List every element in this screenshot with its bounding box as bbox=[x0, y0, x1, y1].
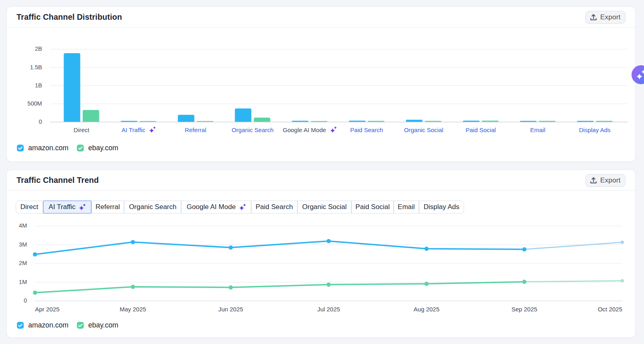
svg-text:2M: 2M bbox=[19, 260, 27, 266]
svg-text:Email: Email bbox=[530, 126, 545, 133]
svg-text:Jul 2025: Jul 2025 bbox=[317, 306, 340, 313]
svg-text:0: 0 bbox=[39, 118, 42, 125]
svg-text:AI Traffic: AI Traffic bbox=[122, 126, 145, 133]
svg-text:Organic Search: Organic Search bbox=[231, 126, 273, 133]
svg-text:2B: 2B bbox=[35, 46, 42, 52]
svg-text:4M: 4M bbox=[19, 222, 27, 229]
svg-text:Sep 2025: Sep 2025 bbox=[512, 306, 537, 313]
svg-text:Display Ads: Display Ads bbox=[579, 126, 611, 133]
svg-text:May 2025: May 2025 bbox=[120, 306, 146, 313]
svg-text:Organic Social: Organic Social bbox=[404, 126, 444, 133]
svg-text:Google AI Mode: Google AI Mode bbox=[283, 126, 326, 133]
svg-text:Oct 2025: Oct 2025 bbox=[598, 306, 622, 313]
svg-text:Apr 2025: Apr 2025 bbox=[35, 306, 60, 313]
svg-text:1M: 1M bbox=[19, 279, 27, 285]
svg-text:Referral: Referral bbox=[185, 126, 206, 133]
svg-text:1.5B: 1.5B bbox=[30, 64, 42, 70]
svg-text:3M: 3M bbox=[19, 241, 27, 248]
svg-text:Paid Search: Paid Search bbox=[350, 126, 383, 133]
svg-text:Jun 2025: Jun 2025 bbox=[218, 306, 243, 313]
svg-text:Aug 2025: Aug 2025 bbox=[414, 306, 440, 313]
svg-text:0: 0 bbox=[24, 297, 27, 304]
svg-text:1B: 1B bbox=[35, 82, 42, 89]
svg-text:Direct: Direct bbox=[74, 126, 90, 133]
svg-text:Paid Social: Paid Social bbox=[466, 126, 496, 133]
svg-text:500M: 500M bbox=[27, 100, 42, 107]
